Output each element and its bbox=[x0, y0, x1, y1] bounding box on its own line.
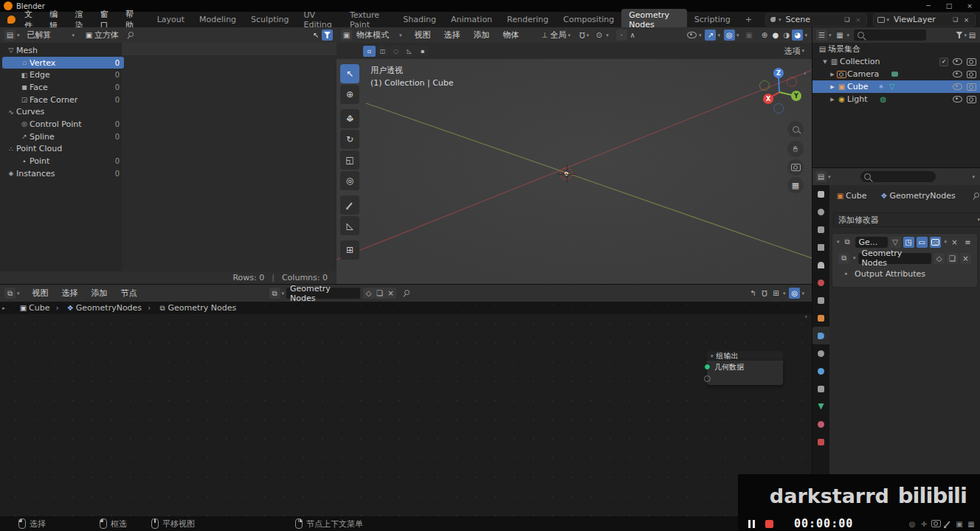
navigation-gizmo[interactable]: Z X Y bbox=[754, 63, 806, 114]
gizmo-neg-x-axis[interactable] bbox=[787, 77, 797, 87]
outliner-row-cube[interactable]: ▶ ▣ Cube ✶ ▽ bbox=[812, 80, 980, 93]
camera-view-button[interactable] bbox=[787, 159, 804, 176]
copy-view-layer-icon[interactable]: ❏ bbox=[950, 14, 961, 25]
show-visibility-icon[interactable] bbox=[686, 30, 697, 41]
hide-eye-icon[interactable] bbox=[953, 71, 962, 77]
view-layer-selector[interactable]: ▾ ViewLayer ❏ × bbox=[873, 13, 976, 27]
geometry-input-socket[interactable] bbox=[704, 364, 711, 370]
draw-pencil-icon[interactable] bbox=[942, 521, 953, 527]
tree-row-point-cloud[interactable]: ∴Point Cloud bbox=[2, 143, 124, 156]
collection-checkbox[interactable]: ✓ bbox=[939, 58, 948, 66]
zoom-button[interactable] bbox=[787, 121, 804, 137]
tab-output[interactable] bbox=[812, 221, 829, 238]
fake-user-shield-icon[interactable]: ◇ bbox=[363, 288, 374, 299]
geometry-icon-button[interactable]: ▽ bbox=[890, 237, 901, 248]
tab-rendering[interactable]: Rendering bbox=[500, 13, 556, 26]
tab-animation[interactable]: Animation bbox=[444, 13, 500, 26]
breadcrumb-collapse-icon[interactable]: ▸ bbox=[0, 305, 7, 311]
tool-select-box[interactable]: ↖ bbox=[340, 64, 359, 83]
breadcrumb-modifier[interactable]: GeometryNodes bbox=[889, 191, 955, 201]
node-group-name-field[interactable]: Geometry Nodes bbox=[858, 253, 931, 264]
viewport-menu-add[interactable]: 添加 bbox=[467, 30, 497, 41]
browse-node-group-icon[interactable]: ⧉︎ bbox=[838, 253, 849, 264]
copy-scene-icon[interactable]: ❏ bbox=[841, 14, 852, 25]
xray-toggle-icon[interactable]: ▣ bbox=[743, 30, 754, 41]
expand-triangle-icon[interactable]: ▼ bbox=[821, 59, 829, 65]
viewport-menu-object[interactable]: 物体 bbox=[497, 30, 526, 41]
show-gizmo-icon[interactable]: ↗ bbox=[705, 30, 716, 41]
pin-icon[interactable] bbox=[972, 192, 979, 200]
snap-magnet-icon[interactable]: Ω bbox=[762, 289, 767, 297]
tab-compositing[interactable]: Compositing bbox=[556, 13, 621, 26]
tab-collection[interactable] bbox=[812, 291, 829, 309]
tree-row-mesh[interactable]: ▽Mesh bbox=[2, 44, 124, 57]
mode-dropdown[interactable]: 物体模式 bbox=[356, 30, 389, 41]
window-mode-icon[interactable]: ▣ bbox=[953, 520, 965, 528]
node-tree-name-field[interactable]: Geometry Nodes bbox=[286, 288, 360, 299]
collapse-panel-icon[interactable]: ▾ bbox=[837, 239, 840, 245]
delete-modifier-icon[interactable]: × bbox=[949, 237, 960, 248]
disable-render-icon[interactable] bbox=[967, 83, 976, 91]
tab-world[interactable] bbox=[812, 274, 829, 291]
region-collapse-arrow[interactable]: ‹ bbox=[804, 313, 807, 320]
tab-texture[interactable] bbox=[812, 433, 829, 451]
display-mode-icon[interactable]: ▦ bbox=[835, 30, 846, 41]
outliner-filter-icon[interactable] bbox=[956, 32, 962, 38]
shrink-icon[interactable]: ✛︎ bbox=[918, 520, 930, 528]
proportional-editing-icon[interactable]: · bbox=[616, 30, 627, 41]
tool-transform[interactable]: ◎ bbox=[340, 171, 359, 190]
blender-menu-icon[interactable] bbox=[4, 15, 18, 25]
go-to-parent-tree-icon[interactable]: ↰ bbox=[748, 288, 759, 299]
unlink-scene-icon[interactable]: × bbox=[852, 14, 863, 25]
pause-button[interactable] bbox=[748, 520, 755, 528]
show-overlays-icon[interactable]: ◎ bbox=[724, 30, 735, 41]
gizmo-y-axis[interactable]: Y bbox=[791, 91, 801, 101]
expand-triangle-icon[interactable]: ▶ bbox=[829, 84, 836, 90]
tab-scene[interactable] bbox=[812, 256, 829, 274]
tab-modeling[interactable]: Modeling bbox=[192, 13, 244, 26]
spreadsheet-filter-button[interactable] bbox=[322, 30, 333, 41]
properties-search-input[interactable] bbox=[860, 171, 936, 182]
tab-shading[interactable]: Shading bbox=[396, 13, 444, 26]
tab-object-data[interactable] bbox=[812, 398, 829, 415]
tree-row-spline[interactable]: ↗Spline0 bbox=[2, 131, 124, 143]
render-toggle[interactable] bbox=[930, 237, 941, 248]
editor-type-icon[interactable]: ▣ bbox=[341, 30, 352, 41]
expand-triangle-icon[interactable]: ▸ bbox=[843, 271, 850, 277]
perspective-toggle-button[interactable]: ▦ bbox=[787, 177, 804, 193]
hide-eye-icon[interactable] bbox=[953, 58, 962, 65]
edit-mode-toggle[interactable]: ◳ bbox=[903, 237, 914, 248]
hide-eye-icon[interactable] bbox=[953, 96, 962, 103]
evaluation-mode-dropdown[interactable]: 已解算 bbox=[27, 30, 52, 41]
fake-user-shield-icon[interactable]: ◇ bbox=[934, 253, 945, 264]
copy-tree-icon[interactable]: ❏ bbox=[374, 288, 385, 299]
collapse-node-icon[interactable]: ▾ bbox=[711, 353, 714, 359]
viewport-menu-view[interactable]: 视图 bbox=[408, 30, 438, 41]
select-mode-lasso[interactable]: ◺ bbox=[403, 46, 415, 57]
viewport-menu-select[interactable]: 选择 bbox=[438, 30, 467, 41]
breadcrumb-object[interactable]: Cube bbox=[846, 191, 866, 201]
pin-icon[interactable] bbox=[126, 32, 134, 39]
scene-selector[interactable]: ▾ Scene ❏ × bbox=[765, 13, 868, 27]
tab-physics[interactable] bbox=[812, 362, 829, 380]
outliner-row-light[interactable]: ▶ ◉ Light ◍ bbox=[812, 93, 980, 105]
shading-solid-icon[interactable]: ● bbox=[770, 30, 781, 41]
outliner-row-camera[interactable]: ▶ Camera bbox=[812, 68, 980, 80]
expand-triangle-icon[interactable]: ▶ bbox=[829, 97, 836, 103]
disable-render-icon[interactable] bbox=[967, 96, 976, 103]
tab-layout[interactable]: Layout bbox=[150, 13, 192, 26]
browse-tree-icon[interactable]: ⧉︎ bbox=[269, 288, 280, 299]
outliner-search-input[interactable] bbox=[854, 30, 926, 41]
select-mode-paint[interactable]: ▪ bbox=[416, 46, 429, 57]
filter-cursor-icon[interactable]: ↖ bbox=[311, 30, 322, 41]
unlink-node-group-icon[interactable]: × bbox=[960, 253, 971, 264]
shading-rendered-icon[interactable]: ◕ bbox=[792, 30, 803, 41]
snap-target-icon[interactable]: ⊙ bbox=[593, 30, 604, 41]
node-menu-node[interactable]: 节点 bbox=[114, 288, 144, 299]
snap-magnet-icon[interactable]: Ω bbox=[579, 31, 585, 39]
tab-constraints[interactable] bbox=[812, 380, 829, 398]
close-button[interactable]: × bbox=[959, 2, 980, 10]
tab-scripting[interactable]: Scripting bbox=[687, 13, 738, 26]
select-mode-circle[interactable]: ◌ bbox=[390, 46, 402, 57]
tree-row-curves[interactable]: ∿Curves bbox=[2, 105, 124, 118]
